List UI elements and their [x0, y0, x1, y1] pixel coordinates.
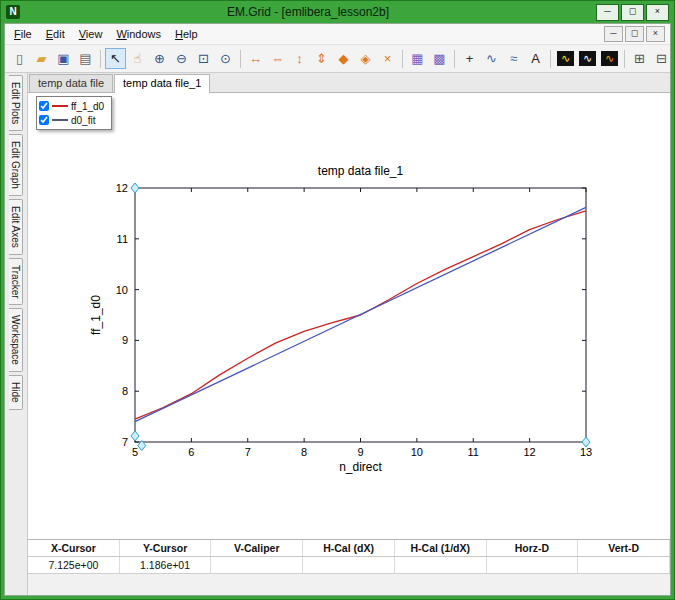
text-label-icon[interactable]: A: [525, 48, 546, 69]
curve-fit-icon[interactable]: ≈: [503, 48, 524, 69]
zoom-restore-icon[interactable]: ⊙: [215, 48, 236, 69]
legend-line-sample: [52, 105, 68, 107]
readout-header-row: X-CursorY-CursorV-CaliperH-Cal (dX)H-Cal…: [28, 540, 670, 557]
maximize-button[interactable]: ◻: [621, 4, 644, 21]
workspace-table-icon[interactable]: ▩: [429, 48, 450, 69]
y-tick-label: 9: [122, 334, 128, 346]
x-tick-label: 10: [411, 446, 423, 458]
plot-title: temp data file_1: [318, 164, 404, 178]
plot-style-wave-icon[interactable]: ∿: [555, 48, 576, 69]
app-logo-icon: N: [6, 5, 20, 19]
side-tab-edit-plots[interactable]: Edit Plots: [9, 75, 23, 131]
plot-style-multiwave-icon[interactable]: ∿: [577, 48, 598, 69]
menu-item-view[interactable]: View: [72, 25, 110, 43]
autoscale-y-icon[interactable]: ↕: [289, 48, 310, 69]
doc-tab-temp-data-file[interactable]: temp data file: [29, 74, 113, 92]
close-button[interactable]: ×: [646, 4, 669, 21]
open-folder-icon[interactable]: ▰: [31, 48, 52, 69]
new-graph-icon[interactable]: ∿: [481, 48, 502, 69]
side-tab-edit-axes[interactable]: Edit Axes: [9, 199, 23, 255]
new-file-icon[interactable]: ▯: [9, 48, 30, 69]
plot-style-spectrum-icon[interactable]: ∿: [599, 48, 620, 69]
toolbar: ▯▰▣▤↖☝⊕⊖⊡⊙↔⇔↕⇕◆◈×▦▩+∿≈A∿∿∿⊞⊟⇄⇅ ≡ Layout …: [5, 44, 670, 73]
crosshair-icon[interactable]: +: [459, 48, 480, 69]
data-table-icon[interactable]: ▦: [407, 48, 428, 69]
side-tab-tracker[interactable]: Tracker: [9, 258, 23, 306]
toolbar-icons: ▯▰▣▤↖☝⊕⊖⊡⊙↔⇔↕⇕◆◈×▦▩+∿≈A∿∿∿⊞⊟⇄⇅: [9, 48, 675, 69]
expand-x-icon[interactable]: ⇔: [267, 48, 288, 69]
grid-layout-icon-2[interactable]: ⊟: [651, 48, 672, 69]
status-bar: [28, 573, 670, 595]
menu-items: FileEditViewWindowsHelp: [7, 25, 205, 43]
plot-canvas[interactable]: ff_1_d0d0_fit temp data file_1n_directff…: [28, 93, 670, 539]
mdi-close-button[interactable]: ×: [646, 26, 665, 42]
doc-tab-bar: temp data filetemp data file_1: [28, 73, 670, 93]
readout-value-6: [578, 557, 670, 573]
expand-y-icon[interactable]: ⇕: [311, 48, 332, 69]
autoscale-x-icon[interactable]: ↔: [245, 48, 266, 69]
zoom-extents-icon[interactable]: ◈: [355, 48, 376, 69]
side-tab-edit-graph[interactable]: Edit Graph: [9, 134, 23, 196]
zoom-window-icon[interactable]: ⊡: [193, 48, 214, 69]
menu-item-windows[interactable]: Windows: [109, 25, 168, 43]
titlebar-controls: ─◻×: [596, 4, 669, 21]
grid-layout-icon-1[interactable]: ⊞: [629, 48, 650, 69]
side-tab-hide[interactable]: Hide: [9, 375, 23, 410]
toolbar-separator: [240, 50, 241, 68]
legend-label: d0_fit: [71, 115, 95, 126]
y-tick-label: 11: [117, 233, 128, 245]
mdi-restore-button[interactable]: ◻: [625, 26, 644, 42]
x-tick-label: 6: [188, 446, 194, 458]
legend-checkbox-d0-fit[interactable]: [39, 115, 49, 125]
side-tab-workspace[interactable]: Workspace: [9, 308, 23, 372]
x-tick-label: 11: [468, 446, 479, 458]
legend[interactable]: ff_1_d0d0_fit: [36, 96, 112, 130]
unzoom-icon[interactable]: ×: [377, 48, 398, 69]
toolbar-separator: [550, 50, 551, 68]
save-icon[interactable]: ▣: [53, 48, 74, 69]
toolbar-separator: [624, 50, 625, 68]
legend-checkbox-ff-1-d0[interactable]: [39, 101, 49, 111]
side-tab-strip: Edit PlotsEdit GraphEdit AxesTrackerWork…: [5, 73, 28, 595]
content-column: temp data filetemp data file_1 ff_1_d0d0…: [28, 73, 670, 595]
legend-item-d0-fit: d0_fit: [39, 113, 104, 127]
autoscale-both-icon[interactable]: ◆: [333, 48, 354, 69]
app-window: N EM.Grid - [emlibera_lesson2b] ─◻× File…: [0, 0, 675, 600]
readout-header-y-cursor: Y-Cursor: [120, 540, 212, 556]
main-region: Edit PlotsEdit GraphEdit AxesTrackerWork…: [5, 73, 670, 595]
cursor-marker[interactable]: [131, 183, 139, 193]
readout-value-1: 1.186e+01: [120, 557, 212, 573]
zoom-in-icon[interactable]: ⊕: [149, 48, 170, 69]
x-axis-label: n_direct: [339, 460, 382, 474]
y-tick-label: 10: [116, 284, 128, 296]
readout-value-row: 7.125e+001.186e+01: [28, 557, 670, 573]
y-axis-label: ff_1_d0: [89, 295, 103, 335]
pan-hand-icon[interactable]: ☝: [127, 48, 148, 69]
readout-value-0: 7.125e+00: [28, 557, 120, 573]
readout-header-vert-d: Vert-D: [578, 540, 670, 556]
menu-item-help[interactable]: Help: [168, 25, 205, 43]
readout-value-5: [487, 557, 579, 573]
readout-header-v-caliper: V-Caliper: [211, 540, 303, 556]
select-arrow-icon[interactable]: ↖: [105, 48, 126, 69]
window-title: EM.Grid - [emlibera_lesson2b]: [20, 5, 596, 19]
cursor-readout-table: X-CursorY-CursorV-CaliperH-Cal (dX)H-Cal…: [28, 539, 670, 573]
title-bar[interactable]: N EM.Grid - [emlibera_lesson2b] ─◻×: [1, 1, 674, 23]
plot-svg: temp data file_1n_directff_1_d0567891011…: [68, 149, 658, 489]
x-tick-label: 8: [301, 446, 307, 458]
readout-header-x-cursor: X-Cursor: [28, 540, 120, 556]
zoom-out-icon[interactable]: ⊖: [171, 48, 192, 69]
doc-tab-temp-data-file-1[interactable]: temp data file_1: [114, 74, 210, 93]
y-tick-label: 12: [116, 182, 128, 194]
mdi-minimize-button[interactable]: ─: [604, 26, 623, 42]
x-tick-label: 7: [245, 446, 251, 458]
print-icon[interactable]: ▤: [75, 48, 96, 69]
menu-item-file[interactable]: File: [7, 25, 39, 43]
cursor-marker[interactable]: [131, 431, 139, 441]
readout-header-h-cal-1-dx: H-Cal (1/dX): [395, 540, 487, 556]
readout-value-4: [395, 557, 487, 573]
mdi-controls: ─◻×: [604, 26, 668, 42]
menu-item-edit[interactable]: Edit: [39, 25, 72, 43]
minimize-button[interactable]: ─: [596, 4, 619, 21]
readout-header-h-cal-dx: H-Cal (dX): [303, 540, 395, 556]
